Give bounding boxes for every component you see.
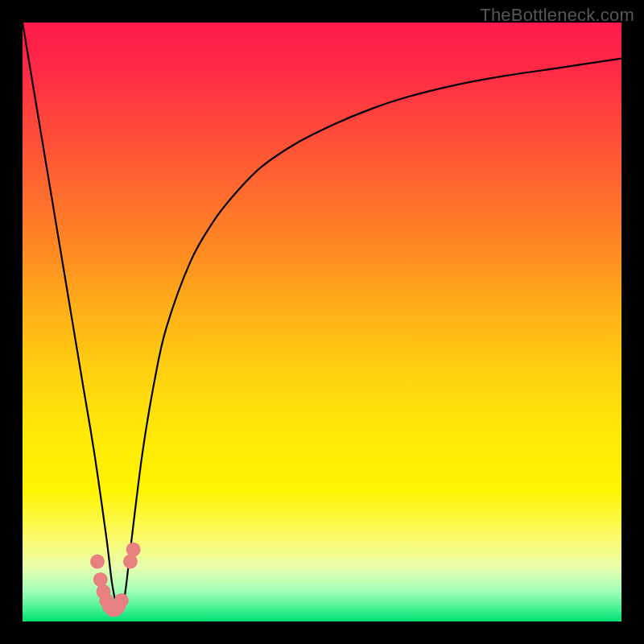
watermark-text: TheBottleneck.com: [480, 5, 634, 26]
chart-frame: TheBottleneck.com: [0, 0, 644, 644]
plot-area: [23, 23, 621, 621]
data-marker: [126, 543, 141, 557]
curve-svg: [23, 23, 621, 621]
data-marker: [90, 555, 105, 569]
data-marker: [114, 593, 129, 608]
bottleneck-curve: [23, 23, 621, 610]
data-markers: [90, 543, 141, 617]
